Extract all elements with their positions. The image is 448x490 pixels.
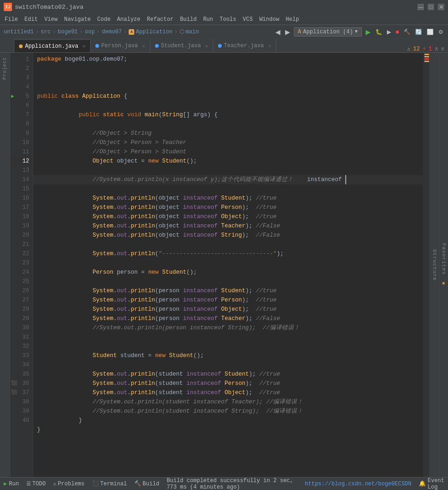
code-line-39: } — [33, 425, 423, 434]
csdn-url[interactable]: https://blog.csdn.net/boge0ECSDN — [305, 481, 411, 487]
minimize-button[interactable]: — — [417, 4, 424, 10]
menu-tools[interactable]: Tools — [217, 15, 239, 24]
line-num-9: 9 — [10, 129, 33, 138]
tab-close-person[interactable]: ✕ — [142, 43, 145, 49]
menu-file[interactable]: File — [2, 15, 21, 24]
event-log[interactable]: 🔔 Event Log — [419, 477, 444, 490]
terminal-status[interactable]: ⬛ Terminal — [92, 480, 127, 487]
menu-bar: File Edit View Navigate Code Analyze Ref… — [0, 14, 448, 25]
problems-status[interactable]: ⚠ Problems — [53, 480, 85, 487]
error-collapse-icon[interactable]: ∨ — [441, 45, 444, 52]
line-num-40: 40 — [10, 416, 33, 425]
tab-application-java[interactable]: Application.java ✕ — [14, 39, 91, 52]
error-icon: ⚡ — [423, 45, 426, 52]
tab-label-person: Person.java — [101, 43, 138, 49]
todo-status[interactable]: ☰ TODO — [26, 481, 46, 487]
frame-button[interactable]: ⬜ — [426, 28, 435, 36]
line-num-11: 11 — [10, 147, 33, 157]
line-num-6: 6 — [10, 101, 33, 110]
menu-analyze[interactable]: Analyze — [114, 15, 143, 24]
gutter-warning-1 — [424, 54, 429, 55]
structure-panel[interactable]: Structure — [429, 53, 439, 477]
line-num-12: 12 — [10, 157, 33, 166]
code-line-37: //System.out.println(student instanceof … — [33, 407, 423, 416]
nav-actions: ◀ ▶ A Application (4) ▼ ▶ 🐛 ▶ ■ 🔨 🔄 ⬜ ⚙ — [274, 27, 445, 37]
title-filename: switchTomato02.java — [15, 4, 83, 11]
breadcrumb-src[interactable]: src — [41, 29, 51, 35]
breadcrumb-main[interactable]: main — [186, 29, 199, 35]
menu-edit[interactable]: Edit — [22, 15, 41, 24]
tab-close-teacher[interactable]: ✕ — [268, 43, 271, 49]
project-panel-button[interactable]: Project — [0, 55, 10, 82]
breadcrumb-demo07[interactable]: demo07 — [102, 29, 122, 35]
build-button[interactable]: 🔨 — [403, 28, 411, 36]
tab-close-student[interactable]: ✕ — [205, 43, 208, 49]
menu-build[interactable]: Build — [177, 15, 199, 24]
menu-vcs[interactable]: VCS — [240, 15, 256, 24]
run-button[interactable]: ▶ — [365, 27, 372, 37]
tab-close-application[interactable]: ✕ — [82, 43, 86, 49]
close-button[interactable]: ✕ — [438, 4, 444, 10]
line-num-33: 33 — [10, 351, 33, 360]
code-line-blank-4 — [33, 101, 423, 110]
nav-forward-button[interactable]: ▶ — [284, 27, 291, 37]
code-line-class: public class Application { — [33, 92, 423, 101]
run-config-label: Application (4) — [303, 29, 353, 35]
code-editor[interactable]: package boge01.oop.demo07; public class … — [33, 53, 423, 477]
breadcrumb-boge01[interactable]: boge01 — [58, 29, 78, 35]
code-line-12[interactable]: //System.out.println(x instanceof y);这个代… — [33, 175, 423, 184]
breadcrumb-untitled[interactable]: untitled1 — [4, 29, 34, 35]
debug-button[interactable]: 🐛 — [374, 28, 383, 36]
line-num-27: 27 — [10, 295, 33, 305]
line-num-13: 13 — [10, 166, 33, 175]
editor-gutter — [423, 53, 429, 477]
menu-refactor[interactable]: Refactor — [144, 15, 176, 24]
menu-help[interactable]: Help — [283, 15, 302, 24]
code-line-20: System.out.println("--------------------… — [33, 249, 423, 258]
run-status[interactable]: ▶ Run — [4, 480, 19, 487]
line-num-36: ⬛ 36 — [10, 379, 33, 388]
sync-button[interactable]: 🔄 — [414, 28, 423, 36]
project-sidebar[interactable]: Project — [0, 53, 10, 477]
line-num-7: 7 — [10, 110, 33, 119]
tab-teacher-java[interactable]: Teacher.java ✕ — [213, 39, 276, 52]
code-line-3 — [33, 73, 423, 82]
menu-run[interactable]: Run — [200, 15, 216, 24]
settings-button[interactable]: ⚙ — [437, 28, 444, 36]
error-count: 1 — [429, 46, 432, 52]
problems-label: Problems — [58, 481, 85, 487]
breadcrumb-oop[interactable]: oop — [85, 29, 95, 35]
line-num-39: 39 — [10, 407, 33, 416]
intellij-logo: IJ — [4, 3, 12, 11]
line-num-15: 15 — [10, 184, 33, 194]
run-config-selector[interactable]: A Application (4) ▼ — [294, 27, 362, 37]
menu-view[interactable]: View — [42, 15, 61, 24]
title-bar-controls[interactable]: — □ ✕ — [417, 4, 444, 10]
tab-person-java[interactable]: Person.java ✕ — [91, 39, 150, 52]
line-num-5: ▶ 5 — [10, 92, 33, 101]
coverage-button[interactable]: ▶ — [386, 28, 392, 36]
menu-navigate[interactable]: Navigate — [61, 15, 93, 24]
menu-code[interactable]: Code — [94, 15, 113, 24]
code-line-40 — [33, 434, 423, 444]
error-expand-icon[interactable]: ∧ — [435, 45, 438, 52]
line-num-14: 14 — [10, 175, 33, 184]
tab-student-java[interactable]: Student.java ✕ — [150, 39, 213, 52]
line-num-24: 24 — [10, 268, 33, 277]
terminal-label: Terminal — [100, 481, 127, 487]
run-label: Run — [9, 481, 19, 487]
build-status[interactable]: 🔨 Build — [134, 480, 159, 487]
nav-back-button[interactable]: ◀ — [274, 27, 281, 37]
menu-window[interactable]: Window — [256, 15, 282, 24]
stop-button[interactable]: ■ — [395, 28, 400, 36]
project-label: Project — [2, 57, 7, 80]
maximize-button[interactable]: □ — [428, 4, 434, 10]
line-num-35: 35 — [10, 370, 33, 379]
event-log-icon: 🔔 — [419, 480, 426, 487]
line-num-37: ⬛ 37 — [10, 388, 33, 397]
tab-dot-student — [155, 44, 159, 48]
code-line-1: package boge01.oop.demo07; — [33, 55, 423, 64]
line-num-1: 1 — [10, 55, 33, 64]
favorites-panel[interactable]: Favorites ★ — [439, 53, 448, 477]
breadcrumb-application[interactable]: Application — [136, 29, 172, 35]
